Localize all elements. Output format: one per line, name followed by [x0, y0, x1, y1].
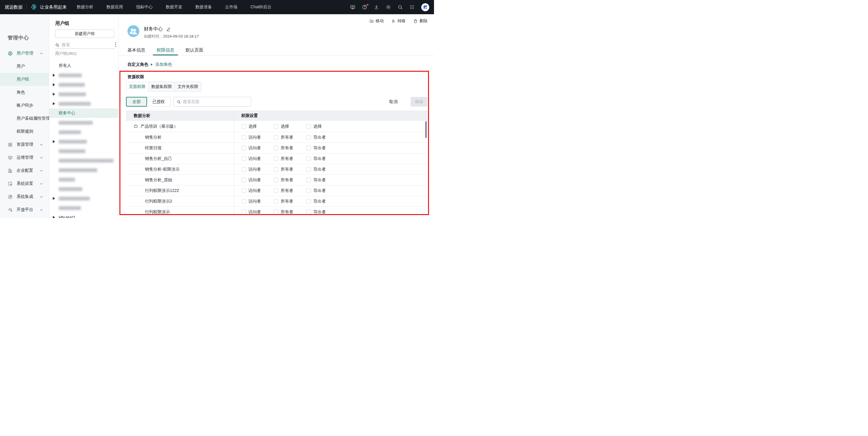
checkbox[interactable] — [306, 146, 311, 150]
sidebar-item-user-management[interactable]: 用户管理 — [0, 47, 49, 60]
expander-icon[interactable] — [53, 197, 55, 200]
expander-icon[interactable] — [53, 216, 55, 218]
more-options-icon[interactable] — [114, 42, 117, 47]
tree-item-11[interactable] — [49, 165, 118, 175]
nav-item-3[interactable]: 数据开发 — [166, 4, 182, 10]
checkbox[interactable] — [274, 135, 278, 140]
checkbox[interactable] — [306, 124, 311, 129]
resource-tab-0[interactable]: 页面权限 — [126, 82, 149, 92]
search-icon[interactable] — [398, 4, 403, 10]
filter-all-button[interactable]: 全部 — [126, 97, 147, 107]
expander-icon[interactable] — [53, 140, 55, 143]
sidebar-item-roles[interactable]: 角色 — [0, 86, 49, 99]
sidebar-item-open-platform[interactable]: 开放平台 — [0, 203, 49, 216]
checkbox[interactable] — [241, 146, 246, 150]
checkbox[interactable] — [241, 210, 246, 214]
checkbox[interactable] — [241, 178, 246, 182]
nav-item-6[interactable]: ChatBI后台 — [250, 4, 272, 10]
help-icon[interactable] — [362, 4, 367, 10]
tree-item-16[interactable]: HN-test2 — [49, 213, 118, 218]
apps-grid-icon[interactable] — [409, 4, 415, 10]
checkbox[interactable] — [241, 157, 246, 161]
sidebar-item-permission-rules[interactable]: 权限规则 — [0, 125, 49, 138]
cancel-button[interactable]: 取消 — [389, 99, 398, 105]
checkbox[interactable] — [241, 167, 246, 172]
group-search-input[interactable]: 搜索 — [55, 41, 115, 49]
checkbox[interactable] — [241, 189, 246, 193]
tree-item-2[interactable] — [49, 80, 118, 90]
checkbox[interactable] — [241, 124, 246, 129]
new-user-group-button[interactable]: 新建用户组 — [55, 30, 115, 38]
sidebar-item-enterprise-config[interactable]: 企业配置 — [0, 164, 49, 177]
sidebar-item-ops-management[interactable]: 运维管理 — [0, 151, 49, 164]
nav-item-1[interactable]: 数据应用 — [106, 4, 123, 10]
tree-item-15[interactable] — [49, 203, 118, 213]
checkbox[interactable] — [274, 189, 278, 193]
checkbox[interactable] — [306, 199, 311, 204]
tree-item-6[interactable] — [49, 118, 118, 127]
tree-item-14[interactable] — [49, 194, 118, 203]
edit-icon[interactable] — [166, 27, 171, 31]
checkbox[interactable] — [241, 199, 246, 204]
checkbox[interactable] — [274, 199, 278, 204]
sidebar-item-users[interactable]: 用户 — [0, 60, 49, 73]
checkbox[interactable] — [274, 146, 278, 150]
nav-item-0[interactable]: 数据分析 — [77, 4, 93, 10]
created-value: 2024-09-03 16:16:17 — [163, 34, 199, 38]
checkbox[interactable] — [306, 167, 311, 172]
tree-item-8[interactable] — [49, 137, 118, 146]
checkbox[interactable] — [241, 135, 246, 140]
nav-item-2[interactable]: 指标中心 — [136, 4, 153, 10]
transfer-button[interactable]: 转移 — [391, 19, 406, 24]
checkbox[interactable] — [274, 157, 278, 161]
settings-icon[interactable] — [386, 4, 391, 10]
resource-tab-1[interactable]: 数据集权限 — [148, 82, 175, 92]
resource-tab-2[interactable]: 文件夹权限 — [175, 82, 201, 92]
tree-item-7[interactable] — [49, 127, 118, 137]
sidebar-item-user-base-attributes[interactable]: 用户基础属性管理 — [0, 112, 49, 125]
checkbox[interactable] — [306, 178, 311, 182]
user-avatar[interactable] — [421, 3, 429, 11]
checkbox[interactable] — [274, 124, 278, 129]
tree-item-0[interactable]: 所有人 — [49, 61, 118, 70]
checkbox[interactable] — [306, 157, 311, 161]
page-search-input[interactable]: 搜索页面 — [174, 97, 251, 107]
tree-item-13[interactable] — [49, 184, 118, 194]
delete-button[interactable]: 删除 — [413, 19, 428, 24]
nav-item-5[interactable]: 云市场 — [225, 4, 238, 10]
sidebar-item-resource-management[interactable]: 资源管理 — [0, 138, 49, 151]
checkbox[interactable] — [274, 210, 278, 214]
tree-item-10[interactable] — [49, 156, 118, 165]
nav-item-4[interactable]: 数据准备 — [195, 4, 212, 10]
expander-icon[interactable] — [53, 93, 55, 96]
expander-icon[interactable] — [53, 102, 55, 105]
tree-item-12[interactable] — [49, 175, 118, 184]
tree-item-9[interactable] — [49, 146, 118, 156]
tree-item-1[interactable] — [49, 70, 118, 80]
sidebar-item-account-sync[interactable]: 账户同步 — [0, 99, 49, 112]
expander-icon[interactable] — [53, 83, 55, 86]
sidebar-item-system-settings[interactable]: 系统设置 — [0, 177, 49, 190]
tree-item-5[interactable]: 财务中心 — [49, 108, 118, 118]
download-icon[interactable] — [374, 4, 379, 10]
monitor-icon[interactable] — [350, 4, 355, 10]
move-button[interactable]: 移动 — [369, 19, 383, 24]
checkbox[interactable] — [306, 210, 311, 214]
sidebar-item-system-integration[interactable]: 系统集成 — [0, 190, 49, 203]
checkbox[interactable] — [274, 178, 278, 182]
tab-基本信息[interactable]: 基本信息 — [127, 47, 145, 55]
tree-item-4[interactable] — [49, 99, 118, 108]
tree-item-3[interactable] — [49, 90, 118, 99]
sidebar-item-about[interactable]: 关于 — [0, 216, 49, 218]
save-button[interactable]: 保存 — [410, 97, 428, 107]
checkbox[interactable] — [306, 135, 311, 140]
filter-authorized-button[interactable]: 已授权 — [147, 97, 171, 107]
add-role-link[interactable]: 添加角色 — [155, 62, 172, 67]
checkbox[interactable] — [306, 189, 311, 193]
sidebar-item-user-groups[interactable]: 用户组 — [0, 73, 49, 86]
expander-icon[interactable] — [53, 74, 55, 77]
tab-默认页面[interactable]: 默认页面 — [186, 47, 204, 55]
tab-权限信息[interactable]: 权限信息 — [157, 47, 174, 55]
checkbox[interactable] — [274, 167, 278, 172]
scrollbar-thumb[interactable] — [425, 121, 427, 138]
